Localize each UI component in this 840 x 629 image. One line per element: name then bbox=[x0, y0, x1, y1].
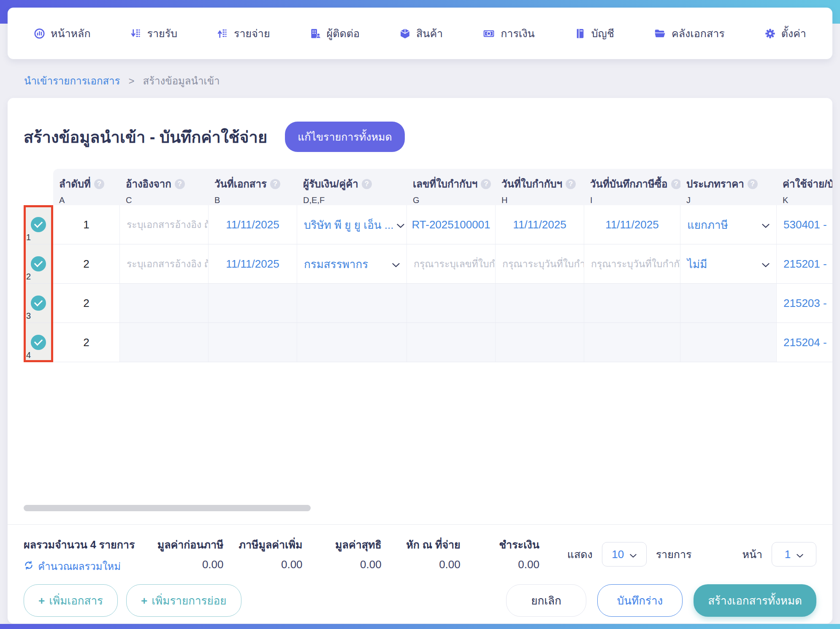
recalculate-link[interactable]: คำนวณผลรวมใหม่ bbox=[24, 558, 147, 575]
help-icon[interactable]: ? bbox=[175, 179, 185, 189]
cell-tax-invoice-no[interactable]: กรุณาระบุเลขที่ใบกำ bbox=[407, 244, 496, 284]
cell-expense-account[interactable]: 215203 - bbox=[777, 284, 832, 323]
bottom-gradient-bar bbox=[0, 624, 840, 629]
horizontal-scrollbar[interactable] bbox=[24, 505, 311, 511]
cell-reference-input[interactable]: ระบุเอกสารอ้างอิง ถ้ bbox=[120, 244, 209, 284]
row-select-checkbox[interactable]: 3 bbox=[24, 284, 53, 323]
column-header-tax-invoice-no: เลขที่ใบกำกับฯ? G bbox=[407, 169, 496, 205]
row-select-checkbox[interactable]: 1 bbox=[24, 205, 53, 244]
cell-payee-select bbox=[297, 284, 407, 323]
row-number: 1 bbox=[26, 233, 31, 242]
table-row: 4 2 215204 - bbox=[24, 323, 832, 362]
cancel-button[interactable]: ยกเลิก bbox=[506, 584, 586, 617]
edit-all-button[interactable]: แก้ไขรายการทั้งหมด bbox=[285, 122, 405, 152]
chevron-down-icon bbox=[762, 258, 770, 271]
cell-expense-account[interactable]: 530401 - bbox=[777, 205, 832, 244]
help-icon[interactable]: ? bbox=[481, 179, 491, 189]
cell-tax-invoice-date bbox=[496, 323, 584, 362]
cell-expense-account[interactable]: 215201 - bbox=[777, 244, 832, 284]
cell-payee-select[interactable]: กรมสรรพากร bbox=[297, 244, 407, 284]
page-control: หน้า 1 bbox=[742, 542, 816, 567]
cell-price-type-select[interactable]: ไม่มี bbox=[680, 244, 777, 284]
cell-vat-record-date bbox=[584, 284, 680, 323]
nav-item-contacts[interactable]: ผู้ติดต่อ bbox=[310, 25, 360, 42]
cell-reference-input bbox=[120, 323, 209, 362]
finance-icon bbox=[482, 28, 495, 39]
summary-net: มูลค่าสุทธิ 0.00 bbox=[305, 536, 382, 571]
breadcrumb-parent-link[interactable]: นำเข้ารายการเอกสาร bbox=[24, 73, 120, 89]
plus-icon: + bbox=[38, 594, 45, 607]
page-title: สร้างข้อมูลนำเข้า - บันทึกค่าใช้จ่าย bbox=[24, 124, 267, 150]
nav-label: หน้าหลัก bbox=[51, 25, 91, 42]
nav-item-home[interactable]: หน้าหลัก bbox=[34, 25, 91, 42]
help-icon[interactable]: ? bbox=[362, 179, 372, 189]
divider bbox=[8, 524, 832, 525]
chevron-down-icon bbox=[392, 258, 400, 271]
save-draft-button[interactable]: บันทึกร่าง bbox=[597, 584, 683, 617]
plus-icon: + bbox=[141, 594, 147, 607]
help-icon[interactable]: ? bbox=[566, 179, 576, 189]
nav-label: การเงิน bbox=[501, 25, 534, 42]
contacts-icon bbox=[310, 28, 321, 39]
cell-tax-invoice-date[interactable]: กรุณาระบุวันที่ใบกำ bbox=[496, 244, 584, 284]
summary-withholding: หัก ณ ที่จ่าย 0.00 bbox=[384, 536, 461, 571]
documents-icon bbox=[654, 28, 666, 39]
summary-vat: ภาษีมูลค่าเพิ่ม 0.00 bbox=[226, 536, 302, 571]
cell-tax-invoice-no[interactable]: RT-2025100001 bbox=[407, 205, 496, 244]
per-page-select[interactable]: 10 bbox=[602, 542, 647, 567]
cell-price-type-select bbox=[680, 323, 777, 362]
cell-reference-input bbox=[120, 284, 209, 323]
chevron-down-icon bbox=[397, 218, 404, 231]
accounting-icon bbox=[574, 28, 586, 39]
cell-vat-record-date bbox=[584, 323, 680, 362]
summary-bar: ผลรวมจำนวน 4 รายการ คำนวณผลรวมใหม่ มูลค่… bbox=[24, 536, 816, 575]
page-select[interactable]: 1 bbox=[772, 542, 816, 567]
cell-payee-select bbox=[297, 323, 407, 362]
cell-vat-record-date[interactable]: กรุณาระบุวันที่ใบกำกับ bbox=[584, 244, 680, 284]
cell-doc-date[interactable]: 11/11/2025 bbox=[209, 205, 297, 244]
cell-payee-select[interactable]: บริษัท พี ยู ยู เอ็น ... bbox=[297, 205, 407, 244]
nav-item-documents[interactable]: คลังเอกสาร bbox=[654, 25, 725, 42]
nav-label: คลังเอกสาร bbox=[672, 25, 725, 42]
help-icon[interactable]: ? bbox=[671, 179, 681, 189]
cell-vat-record-date[interactable]: 11/11/2025 bbox=[584, 205, 680, 244]
create-all-documents-button[interactable]: สร้างเอกสารทั้งหมด bbox=[694, 584, 816, 617]
help-icon[interactable]: ? bbox=[270, 179, 280, 189]
cell-tax-invoice-date[interactable]: 11/11/2025 bbox=[496, 205, 584, 244]
settings-icon bbox=[764, 28, 776, 39]
add-sub-item-button[interactable]: +เพิ่มรายการย่อย bbox=[126, 584, 241, 617]
help-icon[interactable]: ? bbox=[748, 179, 758, 189]
chevron-down-icon bbox=[630, 548, 637, 561]
income-icon bbox=[130, 28, 142, 39]
cell-doc-date[interactable]: 11/11/2025 bbox=[209, 244, 297, 284]
products-icon bbox=[399, 28, 411, 39]
nav-item-products[interactable]: สินค้า bbox=[399, 25, 443, 42]
chevron-down-icon bbox=[762, 218, 770, 231]
breadcrumb: นำเข้ารายการเอกสาร > สร้างข้อมูลนำเข้า bbox=[24, 73, 220, 89]
nav-label: รายจ่าย bbox=[234, 25, 270, 42]
nav-item-accounting[interactable]: บัญชี bbox=[574, 25, 614, 42]
row-select-checkbox[interactable]: 4 bbox=[24, 323, 53, 362]
nav-item-settings[interactable]: ตั้งค่า bbox=[764, 25, 806, 42]
row-number: 2 bbox=[26, 272, 31, 282]
total-items-label: ผลรวมจำนวน 4 รายการ bbox=[24, 536, 147, 553]
help-icon[interactable]: ? bbox=[94, 179, 104, 189]
per-page-control: แสดง 10 รายการ bbox=[567, 542, 692, 567]
cell-tax-invoice-date bbox=[496, 284, 584, 323]
table-header-row: ลำดับที่? A อ้างอิงจาก? C วันที่เอกสาร? … bbox=[24, 169, 832, 205]
nav-item-expense[interactable]: รายจ่าย bbox=[217, 25, 270, 42]
cell-expense-account[interactable]: 215204 - bbox=[777, 323, 832, 362]
nav-label: สินค้า bbox=[416, 25, 443, 42]
cell-order: 1 bbox=[53, 205, 120, 244]
nav-item-finance[interactable]: การเงิน bbox=[482, 25, 534, 42]
import-content-card: สร้างข้อมูลนำเข้า - บันทึกค่าใช้จ่าย แก้… bbox=[8, 98, 832, 624]
row-select-checkbox[interactable]: 2 bbox=[24, 244, 53, 284]
add-document-button[interactable]: +เพิ่มเอกสาร bbox=[24, 584, 118, 617]
nav-label: ผู้ติดต่อ bbox=[327, 25, 360, 42]
table-row: 1 1 ระบุเอกสารอ้างอิง ถ้ 11/11/2025 บริษ… bbox=[24, 205, 832, 244]
cell-price-type-select[interactable]: แยกภาษี bbox=[680, 205, 777, 244]
row-number: 3 bbox=[26, 311, 31, 321]
row-number: 4 bbox=[26, 350, 31, 360]
nav-item-income[interactable]: รายรับ bbox=[130, 25, 177, 42]
cell-reference-input[interactable]: ระบุเอกสารอ้างอิง ถ้ bbox=[120, 205, 209, 244]
